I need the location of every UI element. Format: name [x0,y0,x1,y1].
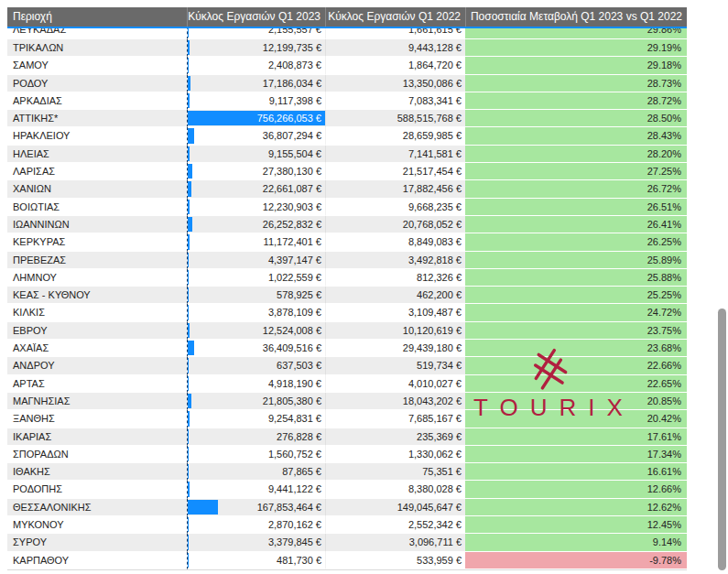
change-cell: -9.78% [465,552,687,569]
data-bar [188,76,190,91]
region-cell: ΑΝΔΡΟΥ [7,357,187,374]
q1-2022-cell: 28,659,985 € [325,127,465,145]
change-cell: 25.89% [465,252,687,269]
change-cell: 28.20% [465,146,687,163]
q1-2022-value: 588,515,768 € [397,113,462,124]
change-cell: 26.72% [465,180,687,198]
change-cell: 29.86% [465,28,687,39]
q1-2023-value: 4,918,190 € [268,378,321,389]
table-row[interactable]: ΠΡΕΒΕΖΑΣ 4,397,147 € 3,492,818 € 25.89% [7,252,687,269]
table-row[interactable]: ΡΟΔΟΠΗΣ 9,441,122 € 8,380,028 € 12.66% [7,481,687,498]
column-header-q1-2022[interactable]: Κύκλος Εργασιών Q1 2022 [325,7,465,27]
table-row[interactable]: ΚΕΑΣ - ΚΥΘΝΟΥ 578,925 € 462,200 € 25.25% [7,287,687,304]
change-cell: 23.68% [465,340,687,357]
q1-2022-value: 17,882,456 € [403,183,462,194]
region-cell: ΣΠΟΡΑΔΩΝ [7,446,187,463]
table-row[interactable]: ΚΙΛΚΙΣ 3,878,109 € 3,109,487 € 24.72% [7,304,687,321]
q1-2023-cell: 87,865 € [187,463,325,481]
region-cell: ΡΟΔΟΥ [7,75,187,92]
region-cell: ΣΑΜΟΥ [7,57,187,74]
data-bar [188,217,192,232]
table-row[interactable]: ΚΑΡΠΑΘΟΥ 481,730 € 533,959 € -9.78% [7,552,687,569]
column-header-change[interactable]: Ποσοστιαία Μεταβολή Q1 2023 vs Q1 2022 [465,7,687,27]
q1-2022-value: 519,734 € [417,360,462,371]
q1-2022-value: 4,010,027 € [408,378,462,389]
q1-2023-cell: 2,870,162 € [187,516,325,534]
q1-2023-cell: 637,503 € [187,357,325,374]
table-row[interactable]: ΘΕΣΣΑΛΟΝΙΚΗΣ 167,853,464 € 149,045,647 €… [7,499,687,516]
table-row[interactable]: ΞΑΝΘΗΣ 9,254,831 € 7,685,167 € 20.42% [7,410,687,428]
table-row[interactable]: ΡΟΔΟΥ 17,186,034 € 13,350,086 € 28.73% [7,75,687,92]
region-cell: ΕΒΡΟΥ [7,322,187,340]
q1-2022-value: 10,120,619 € [403,325,462,336]
column-header-region[interactable]: Περιοχή [7,7,187,27]
table-row[interactable]: ΗΡΑΚΛΕΙΟΥ 36,807,294 € 28,659,985 € 28.4… [7,127,687,145]
region-cell: ΘΕΣΣΑΛΟΝΙΚΗΣ [7,499,187,516]
table-row[interactable]: ΙΘΑΚΗΣ 87,865 € 75,351 € 16.61% [7,463,687,481]
change-value: 25.89% [647,255,681,265]
q1-2023-value: 87,865 € [282,466,321,477]
q1-2022-value: 18,043,202 € [403,395,462,406]
q1-2022-cell: 1,661,615 € [325,28,465,39]
q1-2022-cell: 3,096,711 € [325,534,465,551]
q1-2023-value: 756,266,053 € [257,113,321,124]
table-row[interactable]: ΣΠΟΡΑΔΩΝ 1,560,752 € 1,330,062 € 17.34% [7,446,687,463]
region-cell: ΙΘΑΚΗΣ [7,463,187,481]
table-row[interactable]: ΣΥΡΟΥ 3,379,845 € 3,096,711 € 9.14% [7,534,687,551]
q1-2022-cell: 75,351 € [325,463,465,481]
column-header-q1-2023[interactable]: Κύκλος Εργασιών Q1 2023 [187,7,325,27]
change-value: 17.61% [647,431,681,442]
q1-2023-value: 21,805,380 € [263,395,321,406]
q1-2022-cell: 533,959 € [325,552,465,569]
table-row[interactable]: ΛΕΥΚΑΔΑΣ 2,155,557 € 1,661,615 € 29.86% [7,28,687,39]
vertical-scrollbar-thumb[interactable] [718,309,726,570]
q1-2022-cell: 588,515,768 € [325,110,465,127]
q1-2022-value: 1,864,720 € [408,60,462,70]
q1-2022-cell: 812,326 € [325,269,465,287]
q1-2023-value: 3,878,109 € [268,307,321,318]
table-row[interactable]: ΙΚΑΡΙΑΣ 276,828 € 235,369 € 17.61% [7,428,687,446]
data-bar [188,323,190,338]
table-row[interactable]: ΧΑΝΙΩΝ 22,661,087 € 17,882,456 € 26.72% [7,180,687,198]
table-row[interactable]: ΛΗΜΝΟΥ 1,022,559 € 812,326 € 25.88% [7,269,687,287]
data-bar [188,376,189,391]
q1-2022-cell: 7,141,581 € [325,146,465,163]
change-value: 26.25% [647,236,681,247]
table-row[interactable]: ΑΤΤΙΚΗΣ* 756,266,053 € 588,515,768 € 28.… [7,110,687,127]
data-bar [188,287,189,302]
change-cell: 28.73% [465,75,687,92]
q1-2022-value: 462,200 € [417,289,462,300]
q1-2022-cell: 7,083,341 € [325,92,465,110]
table-row[interactable]: ΚΕΡΚΥΡΑΣ 11,172,401 € 8,849,083 € 26.25% [7,233,687,251]
table-row[interactable]: ΜΑΓΝΗΣΙΑΣ 21,805,380 € 18,043,202 € 20.8… [7,393,687,410]
table-row[interactable]: ΜΥΚΟΝΟΥ 2,870,162 € 2,552,342 € 12.45% [7,516,687,534]
table-row[interactable]: ΗΛΕΙΑΣ 9,155,504 € 7,141,581 € 28.20% [7,146,687,163]
change-value: 23.75% [647,325,681,336]
q1-2023-cell: 21,805,380 € [187,393,325,410]
table-row[interactable]: ΛΑΡΙΣΑΣ 27,380,130 € 21,517,454 € 27.25% [7,163,687,180]
q1-2022-cell: 8,380,028 € [325,481,465,498]
change-value: 27.25% [647,166,681,177]
q1-2022-cell: 10,120,619 € [325,322,465,340]
table-row[interactable]: ΑΡΚΑΔΙΑΣ 9,117,398 € 7,083,341 € 28.72% [7,92,687,110]
change-cell: 29.18% [465,57,687,74]
region-cell: ΡΟΔΟΠΗΣ [7,481,187,498]
table-row[interactable]: ΒΟΙΩΤΙΑΣ 12,230,903 € 9,668,235 € 26.51% [7,199,687,216]
q1-2023-value: 2,155,557 € [268,28,321,35]
table-row[interactable]: ΑΡΤΑΣ 4,918,190 € 4,010,027 € 22.65% [7,375,687,393]
change-cell: 25.88% [465,269,687,287]
data-bar [188,411,190,426]
q1-2023-value: 17,186,034 € [263,78,321,89]
table-row[interactable]: ΑΝΔΡΟΥ 637,503 € 519,734 € 22.66% [7,357,687,374]
table-row[interactable]: ΙΩΑΝΝΙΝΩΝ 26,252,832 € 20,768,052 € 26.4… [7,216,687,233]
change-value: 12.66% [647,483,681,494]
data-bar [188,482,190,496]
q1-2023-cell: 481,730 € [187,552,325,569]
q1-2022-value: 533,959 € [417,555,462,566]
q1-2022-value: 13,350,086 € [403,78,462,89]
table-row[interactable]: ΤΡΙΚΑΛΩΝ 12,199,735 € 9,443,128 € 29.19% [7,39,687,57]
table-row[interactable]: ΑΧΑΪΑΣ 36,409,516 € 29,439,180 € 23.68% [7,340,687,357]
table-row[interactable]: ΣΑΜΟΥ 2,408,873 € 1,864,720 € 29.18% [7,57,687,74]
table-row[interactable]: ΕΒΡΟΥ 12,524,008 € 10,120,619 € 23.75% [7,322,687,340]
q1-2023-value: 167,853,464 € [257,502,321,513]
